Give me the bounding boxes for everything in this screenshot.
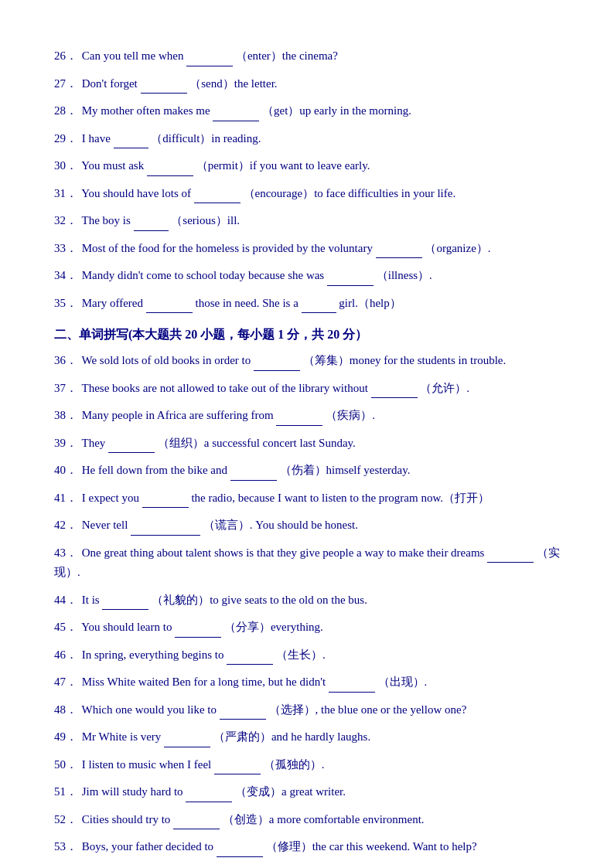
q-hint-53: （修理）the car this weekend. Want to help? bbox=[266, 840, 477, 853]
q-text-39: They bbox=[81, 437, 105, 449]
blank-27[interactable] bbox=[141, 81, 187, 94]
q-hint-47: （出现）. bbox=[378, 676, 428, 688]
blank-40[interactable] bbox=[230, 468, 277, 481]
q-text-26: Can you tell me when bbox=[82, 49, 184, 62]
blank-53[interactable] bbox=[217, 845, 263, 857]
q-hint-46: （生长）. bbox=[276, 648, 326, 661]
blank-28[interactable] bbox=[213, 109, 259, 121]
q-hint-41: the radio, because I want to listen to t… bbox=[191, 492, 489, 504]
q-hint-27: （send）the letter. bbox=[189, 77, 277, 90]
blank-34[interactable] bbox=[327, 274, 374, 286]
blank-32[interactable] bbox=[134, 219, 169, 231]
blank-51[interactable] bbox=[186, 790, 232, 802]
blank-39[interactable] bbox=[108, 441, 155, 453]
q-num-32: 32． bbox=[54, 211, 79, 231]
q-hint-42: （谎言）. You should be honest. bbox=[203, 519, 358, 531]
question-40: 40． He fell down from the bike and （伤着）h… bbox=[54, 461, 560, 481]
q-num-46: 46． bbox=[54, 645, 79, 665]
blank-49[interactable] bbox=[164, 735, 210, 747]
q-num-48: 48． bbox=[54, 700, 79, 720]
question-47: 47． Miss White waited Ben for a long tim… bbox=[54, 672, 560, 693]
blank-50[interactable] bbox=[214, 762, 261, 774]
q-num-39: 39． bbox=[54, 434, 79, 454]
question-26: 26． Can you tell me when （enter）the cine… bbox=[54, 46, 560, 66]
q-text-43: One great thing about talent shows is th… bbox=[82, 546, 485, 559]
question-54: 54． The online tool AI Button can （提供）st… bbox=[54, 865, 560, 869]
q-num-53: 53． bbox=[54, 837, 79, 857]
blank-52[interactable] bbox=[173, 817, 220, 829]
q-num-27: 27． bbox=[54, 74, 79, 94]
q-text-41: I expect you bbox=[82, 492, 139, 504]
q-text-50: I listen to music when I feel bbox=[82, 758, 211, 771]
q-hint-44: （礼貌的）to give seats to the old on the bus… bbox=[152, 594, 367, 606]
blank-41[interactable] bbox=[142, 495, 189, 508]
question-27: 27． Don't forget （send）the letter. bbox=[54, 74, 560, 94]
q-text-52: Cities should try to bbox=[82, 813, 171, 825]
q-num-45: 45． bbox=[54, 618, 79, 638]
q-hint-31: （encourage）to face difficulties in your … bbox=[244, 187, 456, 199]
q-hint-45: （分享）everything. bbox=[224, 621, 323, 633]
blank-26[interactable] bbox=[186, 54, 233, 66]
blank-29[interactable] bbox=[114, 136, 148, 148]
blank-42[interactable] bbox=[131, 523, 200, 536]
question-37: 37． These books are not allowed to take … bbox=[54, 379, 560, 399]
blank-36[interactable] bbox=[254, 359, 300, 371]
q-num-50: 50． bbox=[54, 755, 79, 775]
question-30: 30． You must ask （permit）if you want to … bbox=[54, 156, 560, 176]
q-text-38: Many people in Africa are suffering from bbox=[82, 409, 274, 421]
question-42: 42． Never tell （谎言）. You should be hones… bbox=[54, 516, 560, 536]
blank-37[interactable] bbox=[371, 386, 418, 398]
q-text-36: We sold lots of old books in order to bbox=[81, 354, 251, 366]
blank-33[interactable] bbox=[376, 246, 422, 258]
blank-47[interactable] bbox=[329, 680, 375, 693]
blank-31[interactable] bbox=[194, 191, 240, 203]
question-36: 36． We sold lots of old books in order t… bbox=[54, 351, 560, 371]
q-num-29: 29． bbox=[54, 129, 79, 149]
q-num-47: 47． bbox=[54, 672, 79, 693]
q-hint-30: （permit）if you want to leave early. bbox=[196, 159, 370, 172]
q-num-37: 37． bbox=[54, 379, 79, 399]
q-num-43: 43． bbox=[54, 543, 79, 563]
question-list-part2: 36． We sold lots of old books in order t… bbox=[54, 351, 560, 868]
q-num-26: 26． bbox=[54, 46, 79, 66]
blank-45[interactable] bbox=[175, 625, 221, 638]
question-29: 29． I have （difficult）in reading. bbox=[54, 129, 560, 149]
question-49: 49． Mr White is very （严肃的）and he hardly … bbox=[54, 727, 560, 747]
q-num-51: 51． bbox=[54, 782, 79, 802]
q-text-30: You must ask bbox=[81, 159, 144, 172]
q-hint-35b: girl.（help） bbox=[339, 297, 401, 309]
blank-35b[interactable] bbox=[302, 301, 336, 313]
question-31: 31． You should have lots of （encourage）t… bbox=[54, 184, 560, 204]
blank-46[interactable] bbox=[227, 652, 273, 665]
blank-43[interactable] bbox=[487, 550, 534, 563]
q-hint-51: （变成）a great writer. bbox=[235, 785, 346, 798]
q-text-40: He fell down from the bike and bbox=[82, 464, 227, 476]
question-52: 52． Cities should try to （创造）a more comf… bbox=[54, 810, 560, 830]
q-hint-49: （严肃的）and he hardly laughs. bbox=[213, 730, 370, 743]
q-hint-28: （get）up early in the morning. bbox=[262, 104, 411, 117]
q-hint-34: （illness）. bbox=[377, 269, 432, 281]
question-44: 44． It is （礼貌的）to give seats to the old … bbox=[54, 591, 560, 611]
blank-48[interactable] bbox=[220, 707, 266, 720]
q-text-35: Mary offered bbox=[82, 297, 143, 309]
question-38: 38． Many people in Africa are suffering … bbox=[54, 406, 560, 426]
question-39: 39． They （组织）a successful concert last S… bbox=[54, 434, 560, 454]
blank-30[interactable] bbox=[147, 164, 193, 176]
q-text-33: Most of the food for the homeless is pro… bbox=[82, 242, 373, 254]
question-list-part1: 26． Can you tell me when （enter）the cine… bbox=[54, 46, 560, 313]
question-50: 50． I listen to music when I feel （孤独的）. bbox=[54, 755, 560, 775]
question-51: 51． Jim will study hard to （变成）a great w… bbox=[54, 782, 560, 802]
blank-35a[interactable] bbox=[146, 301, 193, 313]
q-num-33: 33． bbox=[54, 239, 79, 259]
question-28: 28． My mother often makes me （get）up ear… bbox=[54, 101, 560, 121]
q-hint-38: （疾病）. bbox=[326, 409, 375, 421]
question-35: 35． Mary offered those in need. She is a… bbox=[54, 294, 560, 314]
q-hint-29: （difficult）in reading. bbox=[151, 132, 261, 145]
q-num-42: 42． bbox=[54, 516, 79, 536]
blank-38[interactable] bbox=[276, 414, 322, 426]
q-num-40: 40． bbox=[54, 461, 79, 481]
q-hint-39: （组织）a successful concert last Sunday. bbox=[158, 437, 356, 449]
q-num-54: 54． bbox=[54, 865, 79, 869]
q-text-31: You should have lots of bbox=[81, 187, 191, 199]
blank-44[interactable] bbox=[102, 597, 148, 610]
